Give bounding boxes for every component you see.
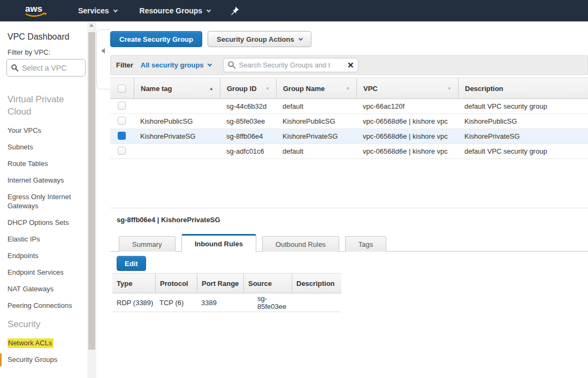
sidebar-item-peering-connections[interactable]: Peering Connections xyxy=(7,301,80,310)
tab-inbound-rules[interactable]: Inbound Rules xyxy=(181,234,256,252)
security-groups-label: Security Groups xyxy=(7,356,57,364)
detail-tabs: Summary Inbound Rules Outbound Rules Tag… xyxy=(110,234,588,252)
rule-protocol-cell: TCP (6) xyxy=(155,299,197,307)
sidebar-item-dhcp-options-sets[interactable]: DHCP Options Sets xyxy=(7,218,80,227)
sidebar-item-nat-gateways[interactable]: NAT Gateways xyxy=(7,284,80,293)
table-row-selected[interactable]: KishorePrivateSG sg-8ffb06e4 KishorePriv… xyxy=(110,129,588,144)
top-navbar: aws Services Resource Groups xyxy=(0,0,588,21)
select-all-cell xyxy=(110,78,134,99)
sort-icon: ▼ xyxy=(447,86,452,91)
nav-resource-groups-menu[interactable]: Resource Groups xyxy=(140,6,210,15)
nav-resource-groups-label: Resource Groups xyxy=(140,6,202,15)
security-group-search[interactable]: ✕ xyxy=(223,58,358,72)
sidebar-item-security-groups[interactable]: Security Groups xyxy=(7,355,80,364)
table-header-row: Name tag ▲ Group ID ▼ Group Name ▼ VPC ▼… xyxy=(110,78,588,99)
vpc-header-label: VPC xyxy=(363,85,378,93)
network-acls-highlighted-label: Network ACLs xyxy=(7,338,54,348)
row-checkbox[interactable] xyxy=(118,117,126,125)
column-header-description[interactable]: Description xyxy=(458,78,588,99)
scrollbar-thumb[interactable] xyxy=(88,32,95,350)
search-icon xyxy=(11,64,19,72)
chevron-down-icon xyxy=(113,7,117,12)
tab-summary[interactable]: Summary xyxy=(119,236,175,252)
group-name-header-label: Group Name xyxy=(283,85,325,93)
filter-scope-dropdown[interactable]: All security groups xyxy=(141,61,211,69)
column-header-group-name[interactable]: Group Name ▼ xyxy=(276,78,356,99)
name-tag-cell: KishorePrivateSG xyxy=(134,132,220,140)
sidebar-scrollbar[interactable] xyxy=(87,21,96,378)
row-checkbox[interactable] xyxy=(118,147,126,155)
search-icon xyxy=(228,61,236,69)
chevron-down-icon xyxy=(207,62,211,66)
sidebar-item-internet-gateways[interactable]: Internet Gateways xyxy=(7,176,80,185)
filter-by-vpc-label: Filter by VPC: xyxy=(7,48,50,56)
aws-logo-icon[interactable]: aws xyxy=(24,3,48,19)
table-row[interactable]: KishorePublicSG sg-85fe03ee KishorePubli… xyxy=(110,114,588,129)
nav-services-menu[interactable]: Services xyxy=(78,6,117,15)
column-header-name-tag[interactable]: Name tag ▲ xyxy=(134,78,220,99)
tab-tags[interactable]: Tags xyxy=(345,236,386,252)
sidebar-item-endpoints[interactable]: Endpoints xyxy=(7,251,80,260)
vpc-filter-search[interactable] xyxy=(6,59,86,77)
description-cell: KishorePrivateSG xyxy=(458,132,588,140)
selected-group-title: sg-8ffb06e4 | KishorePrivateSG xyxy=(117,216,220,224)
group-id-cell: sg-85fe03ee xyxy=(220,117,276,125)
sidebar-item-network-acls[interactable]: Network ACLs xyxy=(7,338,80,347)
vpc-cell: vpc-06568d6e | kishore vpc xyxy=(356,117,458,125)
filter-scope-label: All security groups xyxy=(141,61,204,69)
sidebar-item-your-vpcs[interactable]: Your VPCs xyxy=(7,126,80,135)
group-id-header-label: Group ID xyxy=(227,85,257,93)
search-input[interactable] xyxy=(239,61,347,69)
description-cell: default VPC security group xyxy=(458,147,588,155)
column-header-vpc[interactable]: VPC ▼ xyxy=(356,78,458,99)
vpc-console-window: aws Services Resource Groups VPC Dashboa… xyxy=(0,0,588,378)
filter-bar: Filter All security groups ✕ xyxy=(110,55,588,75)
sidebar-item-elastic-ips[interactable]: Elastic IPs xyxy=(7,235,80,244)
sidebar-item-endpoint-services[interactable]: Endpoint Services xyxy=(7,268,80,277)
name-tag-header-label: Name tag xyxy=(141,85,172,93)
chevron-down-icon xyxy=(298,36,302,40)
sidebar-collapse-button[interactable] xyxy=(96,29,111,89)
vpc-cell: vpc-66ac120f xyxy=(356,102,458,110)
chevron-down-icon xyxy=(207,7,211,12)
sidebar-title[interactable]: VPC Dashboard xyxy=(7,32,70,42)
inbound-rules-table: Type Protocol Port Range Source Descript… xyxy=(112,273,341,312)
column-header-group-id[interactable]: Group ID ▼ xyxy=(220,78,276,99)
actions-button-label: Security Group Actions xyxy=(217,35,294,43)
description-header-label: Description xyxy=(465,85,503,93)
description-cell: KishorePublicSG xyxy=(458,117,588,125)
create-security-group-button[interactable]: Create Security Group xyxy=(110,31,202,47)
sidebar-item-subnets[interactable]: Subnets xyxy=(7,142,80,152)
group-id-cell: sg-8ffb06e4 xyxy=(220,132,276,140)
table-row[interactable]: sg-adfc01c6 default vpc-06568d6e | kisho… xyxy=(110,144,588,159)
pushpin-icon xyxy=(231,6,239,16)
vpc-search-input[interactable] xyxy=(22,64,78,72)
section-heading-security: Security xyxy=(7,318,78,330)
pin-shortcuts-button[interactable] xyxy=(231,6,239,16)
table-row[interactable]: sg-44c6b32d default vpc-66ac120f default… xyxy=(110,99,588,114)
rules-header-row: Type Protocol Port Range Source Descript… xyxy=(112,273,341,293)
edit-button[interactable]: Edit xyxy=(117,256,146,271)
tab-outbound-rules[interactable]: Outbound Rules xyxy=(262,236,339,252)
group-name-cell: default xyxy=(276,102,356,110)
section-heading-vpc: Virtual Private Cloud xyxy=(7,93,78,118)
nav-services-label: Services xyxy=(78,6,109,15)
rule-port-range-cell: 3389 xyxy=(197,299,243,307)
svg-text:aws: aws xyxy=(25,4,42,14)
sidebar-nav: Virtual Private Cloud Your VPCs Subnets … xyxy=(7,93,81,372)
sidebar-item-route-tables[interactable]: Route Tables xyxy=(7,159,80,168)
sidebar-item-egress-only-internet-gateways[interactable]: Egress Only Internet Gateways xyxy=(7,192,80,210)
security-group-actions-button[interactable]: Security Group Actions xyxy=(208,31,311,47)
rule-source-cell: sg-85fe03ee xyxy=(243,294,292,311)
group-id-cell: sg-44c6b32d xyxy=(220,102,276,110)
row-checkbox-checked[interactable] xyxy=(118,132,126,140)
rules-column-protocol: Protocol xyxy=(155,274,197,293)
group-name-cell: KishorePublicSG xyxy=(276,117,356,125)
description-cell: default VPC security group xyxy=(458,102,588,110)
security-groups-table: Name tag ▲ Group ID ▼ Group Name ▼ VPC ▼… xyxy=(110,78,588,159)
select-all-checkbox[interactable] xyxy=(118,85,126,93)
row-checkbox[interactable] xyxy=(118,102,126,110)
clear-search-icon[interactable]: ✕ xyxy=(347,61,354,69)
scrollbar-up-icon[interactable] xyxy=(89,24,94,27)
rule-row: RDP (3389) TCP (6) 3389 sg-85fe03ee xyxy=(112,293,341,312)
